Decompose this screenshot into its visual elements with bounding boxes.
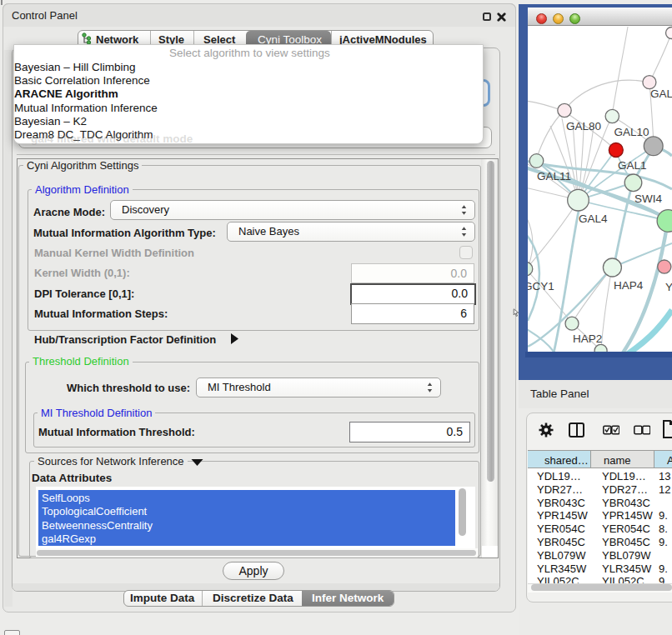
svg-text:GAL1: GAL1 xyxy=(618,159,647,172)
svg-text:HAP4: HAP4 xyxy=(614,279,644,292)
svg-text:HAP2: HAP2 xyxy=(573,332,602,345)
svg-text:GAL7: GAL7 xyxy=(650,88,672,100)
svg-text:Y: Y xyxy=(665,281,672,293)
svg-text:GCY1: GCY1 xyxy=(528,280,554,292)
svg-text:SWI4: SWI4 xyxy=(634,192,662,205)
svg-text:GAL11: GAL11 xyxy=(537,170,571,182)
svg-text:GAL10: GAL10 xyxy=(614,126,649,138)
svg-text:GAL80: GAL80 xyxy=(566,120,601,132)
svg-text:GAL4: GAL4 xyxy=(579,212,608,225)
